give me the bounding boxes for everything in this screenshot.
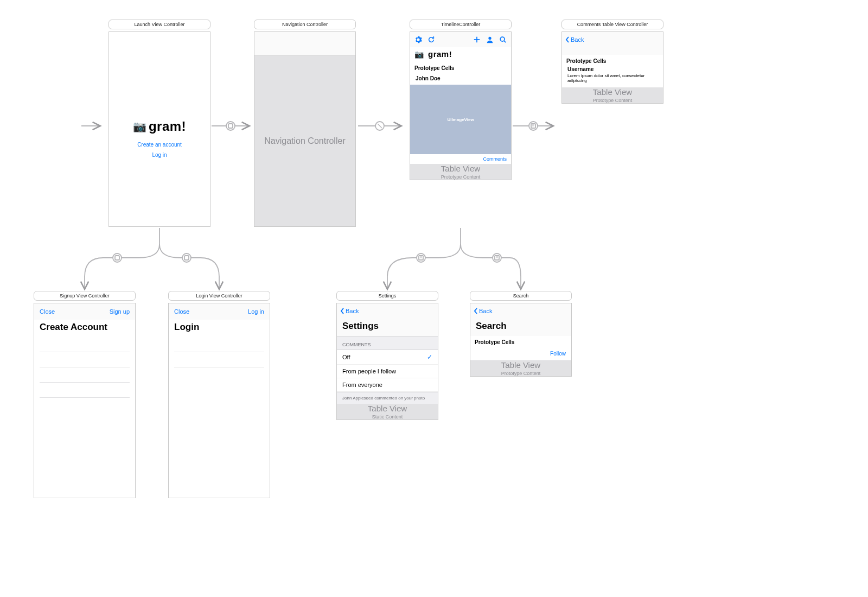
table-view-area: Table View Prototype Content <box>562 87 663 103</box>
chevron-left-icon <box>565 36 570 43</box>
svg-point-26 <box>488 37 491 40</box>
comment-body: Lorem ipsum dolor sit amet, consectetur … <box>562 73 663 87</box>
table-view-sublabel: Prototype Content <box>593 98 633 103</box>
svg-point-12 <box>113 253 122 262</box>
plus-icon[interactable] <box>473 36 481 43</box>
table-view-area: Table View Static Content <box>337 404 438 420</box>
comments-link[interactable]: Comments <box>483 156 507 162</box>
table-view-label: Table View <box>593 87 632 97</box>
table-view-area: Table View Prototype Content <box>470 360 571 376</box>
svg-rect-3 <box>228 124 233 128</box>
scene-label: TimelineController <box>410 20 512 29</box>
svg-rect-15 <box>184 256 189 260</box>
login-link[interactable]: Log in <box>109 152 210 158</box>
chevron-left-icon <box>340 308 344 314</box>
nav-scene[interactable]: Navigation Controller Navigation Control… <box>254 20 356 227</box>
svg-point-20 <box>493 253 501 262</box>
scene-label: Login View Controller <box>168 291 270 301</box>
group-header: COMMENTS <box>337 336 438 350</box>
back-label: Back <box>479 308 492 314</box>
close-button[interactable]: Close <box>40 308 55 315</box>
page-title: Login <box>169 320 270 337</box>
comments-row: Comments <box>410 154 511 164</box>
svg-point-8 <box>529 122 538 130</box>
close-button[interactable]: Close <box>174 308 189 315</box>
scene-label: Launch View Controller <box>108 20 210 29</box>
page-title: Search <box>470 319 571 336</box>
text-field[interactable] <box>40 387 130 398</box>
svg-line-6 <box>378 124 382 128</box>
text-field[interactable] <box>40 357 130 367</box>
nav-bar <box>254 32 355 56</box>
text-field[interactable] <box>40 341 130 352</box>
person-icon[interactable] <box>486 36 494 43</box>
timeline-title: 📷 gram! <box>410 47 511 62</box>
table-view-label: Table View <box>368 404 407 413</box>
setting-row-off[interactable]: Off ✓ <box>337 350 438 365</box>
table-view-sublabel: Prototype Content <box>441 174 481 180</box>
table-view-label: Table View <box>501 360 540 370</box>
setting-label: Off <box>342 354 350 360</box>
svg-point-2 <box>226 122 235 130</box>
back-label: Back <box>571 36 584 43</box>
login-screen: Close Log in Login <box>168 303 270 498</box>
brand-name: gram! <box>149 119 186 134</box>
text-field[interactable] <box>40 372 130 383</box>
back-button[interactable]: Back <box>470 303 571 319</box>
signup-screen: Close Sign up Create Account <box>34 303 136 498</box>
camera-icon: 📷 <box>133 120 146 133</box>
scene-label: Search <box>470 291 572 301</box>
text-field[interactable] <box>174 341 264 352</box>
back-button[interactable]: Back <box>337 303 438 319</box>
gear-icon[interactable] <box>414 36 422 43</box>
settings-scene[interactable]: Settings Back Settings COMMENTS Off ✓ Fr… <box>336 291 438 420</box>
prototype-cells-label: Prototype Cells <box>562 55 663 66</box>
search-icon[interactable] <box>499 36 507 43</box>
table-view-sublabel: Prototype Content <box>501 371 541 376</box>
svg-point-27 <box>500 37 505 41</box>
brand-name: gram! <box>428 49 452 59</box>
setting-label: From people I follow <box>342 368 396 374</box>
create-account-link[interactable]: Create an account <box>109 142 210 148</box>
table-view-sublabel: Static Content <box>372 414 403 420</box>
nav-screen: Navigation Controller <box>254 31 356 227</box>
prototype-cells-label: Prototype Cells <box>410 62 511 73</box>
modal-bar: Close Sign up <box>34 303 135 320</box>
timeline-screen: 📷 gram! Prototype Cells John Doe UIImage… <box>410 31 512 180</box>
login-button[interactable]: Log in <box>248 308 264 315</box>
comment-username: Username <box>562 66 663 73</box>
svg-point-14 <box>182 253 191 262</box>
login-scene[interactable]: Login View Controller Close Log in Login <box>168 291 270 498</box>
uiimageview-placeholder: UIImageView <box>410 85 511 154</box>
follow-row: Follow <box>470 347 571 360</box>
setting-row-everyone[interactable]: From everyone <box>337 378 438 392</box>
signup-scene[interactable]: Signup View Controller Close Sign up Cre… <box>34 291 136 498</box>
signup-button[interactable]: Sign up <box>110 308 130 315</box>
back-button[interactable]: Back <box>562 32 663 47</box>
table-view-label: Table View <box>441 164 480 173</box>
setting-row-follow[interactable]: From people I follow <box>337 365 438 378</box>
page-title: Settings <box>337 319 438 336</box>
text-field[interactable] <box>174 357 264 367</box>
follow-button[interactable]: Follow <box>550 351 566 357</box>
svg-point-16 <box>417 253 425 262</box>
comments-screen: Back Prototype Cells Username Lorem ipsu… <box>561 31 663 104</box>
modal-bar: Close Log in <box>169 303 270 320</box>
svg-point-5 <box>375 122 384 130</box>
timeline-scene[interactable]: TimelineController 📷 gram! Prototype Cel… <box>410 20 512 180</box>
back-label: Back <box>346 308 359 314</box>
scene-label: Settings <box>336 291 438 301</box>
search-scene[interactable]: Search Back Search Prototype Cells Follo… <box>470 291 572 377</box>
launch-scene[interactable]: Launch View Controller 📷gram! Create an … <box>108 20 210 227</box>
svg-rect-17 <box>419 256 423 260</box>
page-title: Create Account <box>34 320 135 337</box>
post-username: John Doe <box>410 73 511 85</box>
nav-body: Navigation Controller <box>254 56 355 226</box>
checkmark-icon: ✓ <box>427 353 432 361</box>
search-screen: Back Search Prototype Cells Follow Table… <box>470 303 572 377</box>
refresh-icon[interactable] <box>427 36 435 43</box>
scene-label: Signup View Controller <box>34 291 136 301</box>
svg-line-28 <box>505 41 506 43</box>
scene-label: Comments Table View Controller <box>561 20 663 29</box>
comments-scene[interactable]: Comments Table View Controller Back Prot… <box>561 20 663 104</box>
